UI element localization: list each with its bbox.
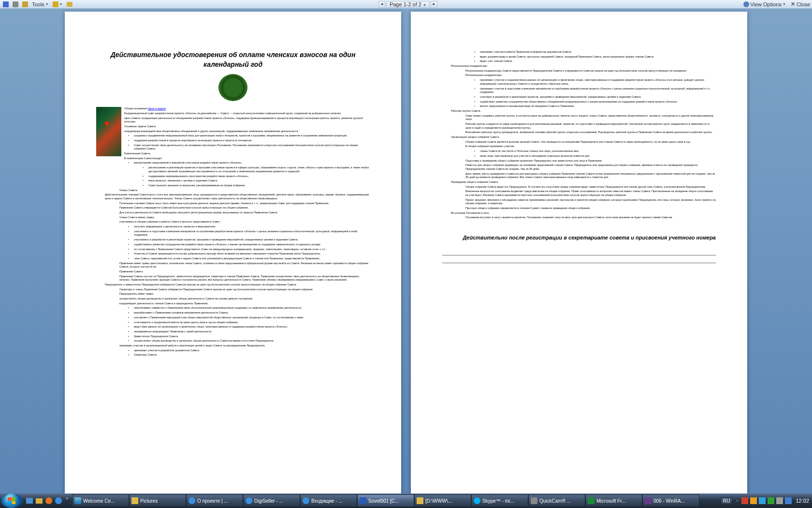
tray-overflow[interactable]: ‹: [736, 498, 738, 503]
outline-item: Секретарь Совета:: [134, 353, 370, 357]
print-button[interactable]: [12, 1, 19, 7]
taskbar-item[interactable]: Welcome Ce...: [72, 494, 129, 507]
document-viewport[interactable]: Действительное удостоверения об оплате ч…: [0, 9, 812, 498]
start-orb-icon: [4, 493, 19, 508]
show-desktop-button[interactable]: [25, 496, 34, 506]
section-heading: Общие положения Цели и задачи: [105, 107, 370, 111]
taskbar-item[interactable]: Входящие - ...: [300, 494, 357, 507]
outline-item: принимает участие в организационной рабо…: [119, 344, 370, 348]
taskbar-item[interactable]: О проекте | ...: [186, 494, 243, 507]
outline-item: Проект решения, внесения и обсуждение по…: [465, 198, 716, 206]
outline-item: члены Совета (в том числе и Почетные чле…: [480, 149, 716, 153]
outline-item: Основные задачи Совета:: [119, 125, 370, 129]
taskbar-item-label: Microsoft Fr...: [596, 498, 626, 504]
viewer-toolbar: Tools ▼ ▼ ◄ Page 1-2 of 2 ▼ ► View Optio…: [0, 0, 812, 9]
ie-icon: [55, 497, 62, 504]
folder-icon: [67, 2, 72, 7]
outline-item: Повестку дня общего собрания формирует н…: [465, 164, 716, 171]
outline-item: Председатель и заместитель Председателя …: [105, 283, 370, 287]
windows-taskbar: » Welcome Ce...PicturesО проекте | ...Di…: [0, 493, 812, 508]
outline-item: своевременно информирует Правление о сво…: [134, 330, 370, 334]
outline-item: составляет с Правлением ежегодный план о…: [134, 316, 370, 320]
taskbar-item[interactable]: [D:\WWW\...: [414, 494, 471, 507]
taskbar-item[interactable]: Skype™ - mi...: [471, 494, 528, 507]
close-preview-button[interactable]: ✕ Close: [791, 1, 810, 7]
taskbar-item-label: 006 - WinRA...: [653, 498, 685, 504]
document-page-2: принимает участие в работе Правления в р…: [411, 12, 747, 495]
taskbar-item[interactable]: Microsoft Fr...: [585, 494, 642, 507]
tools-menu[interactable]: Tools ▼: [31, 1, 50, 7]
outline-item: Организация общего собрания Совета.: [451, 135, 716, 139]
windows3d-icon: [36, 498, 43, 504]
tray-icon[interactable]: [741, 497, 748, 504]
outline-item: Заместитель Председателя Совета:: [134, 335, 370, 339]
outline-item: принимает участие в работе Правления в р…: [480, 50, 716, 54]
taskbar-item[interactable]: Sovet001 [C...: [357, 494, 414, 507]
chevron-down-icon: ▼: [45, 2, 49, 6]
outline-item: участвовать в разработке и реализации пр…: [134, 238, 370, 242]
word-icon: [360, 497, 366, 504]
outline-item: принимают участие в подготовке и внесени…: [480, 87, 716, 94]
language-indicator[interactable]: RU: [721, 497, 732, 505]
outline-item: создание и продвижение информационной ба…: [134, 134, 370, 138]
signature-line: [442, 258, 716, 263]
view-options-menu[interactable]: View Options ▼: [742, 1, 787, 7]
taskbar-item[interactable]: Pictures: [129, 494, 186, 507]
tray-icon[interactable]: [776, 497, 783, 504]
chevron-down-icon: ▼: [783, 2, 786, 6]
outline-item: Действительными членами Совета могут ста…: [105, 193, 370, 200]
ie-icon: [303, 497, 309, 504]
outline-item: Общее собрание Совета является высшим ор…: [465, 140, 716, 144]
outline-item: Правление Совета состоит из Председателя…: [119, 275, 370, 282]
outline-item: иные лица, приглашенные для участия в об…: [480, 154, 716, 158]
save-icon: [3, 1, 9, 7]
outline-item: участвует в разработке и реализации прое…: [480, 95, 716, 99]
windows-logo-icon: [8, 497, 15, 504]
taskbar-item-label: Welcome Ce...: [83, 498, 115, 504]
quick-launch-overflow[interactable]: »: [66, 496, 68, 506]
inline-link[interactable]: Цели и задачи: [148, 107, 166, 110]
ie-icon: [188, 497, 195, 504]
taskbar-item[interactable]: QuickCam® ...: [528, 494, 585, 507]
outline-item: Члены Совета имеют право:: [119, 216, 370, 220]
tray-icon[interactable]: [759, 497, 766, 504]
ie-quick-launch[interactable]: [54, 496, 63, 506]
outline-item: Членство в Совете прекращается в случае …: [134, 252, 370, 256]
outline-item: В общем собрании принимают участие:: [465, 145, 716, 149]
outline-item: ведет документацию и архив Совета; прото…: [480, 55, 716, 59]
signature-line: [442, 251, 716, 255]
view-icon: [743, 1, 749, 7]
switch-windows-button[interactable]: [35, 496, 44, 506]
highlight-button[interactable]: ▼: [52, 1, 64, 7]
prev-page-button[interactable]: ◄: [378, 1, 385, 8]
outline-item: поддержание информационного пространства…: [148, 175, 370, 179]
outline-item: Совет осуществляет свою деятельность на …: [134, 144, 370, 151]
taskbar-item[interactable]: DigiSeller - ...: [243, 494, 300, 507]
taskbar-item-label: Skype™ - mi...: [482, 498, 514, 504]
outline-item: Рабочие группы создаются по мере необход…: [465, 122, 716, 130]
outline-item: принимают участие в создании банка данны…: [480, 78, 716, 86]
start-button[interactable]: [1, 493, 22, 508]
page-indicator[interactable]: Page 1-2 of 2 ▼: [386, 1, 430, 8]
win-icon: [74, 497, 81, 504]
mail-button[interactable]: [21, 1, 29, 7]
volume-icon[interactable]: [785, 497, 792, 504]
outline-item: принимает участие в разработке документо…: [134, 349, 370, 353]
taskbar-item[interactable]: 006 - WinRA...: [642, 494, 699, 507]
document-outline-page2: принимает участие в работе Правления в р…: [442, 50, 716, 220]
outline-item: Координационный совет разработчиков прое…: [105, 112, 370, 116]
tray-icon[interactable]: [750, 497, 757, 504]
clock[interactable]: 12:02: [796, 498, 809, 504]
document-outline-page1: Общие положения Цели и задачиКоординацио…: [96, 107, 370, 357]
save-button[interactable]: [2, 1, 10, 7]
outline-item: Возглавляет рабочую группу руководитель,…: [465, 131, 716, 134]
outline-item: Протокол общего собрания оформляется в т…: [465, 207, 716, 210]
outline-item: Для учета в деятельности Совета необходи…: [119, 211, 370, 215]
next-page-button[interactable]: ►: [431, 1, 437, 8]
media-player-button[interactable]: [44, 496, 53, 506]
outline-item: содействовать развитию сотрудничества ра…: [134, 243, 370, 247]
tray-icon[interactable]: [768, 497, 774, 504]
open-folder-button[interactable]: [66, 2, 73, 7]
outline-item: поддержка разработчиков в процессе апроб…: [134, 139, 370, 143]
outline-item: Региональные координаторы Совета предста…: [465, 69, 716, 73]
